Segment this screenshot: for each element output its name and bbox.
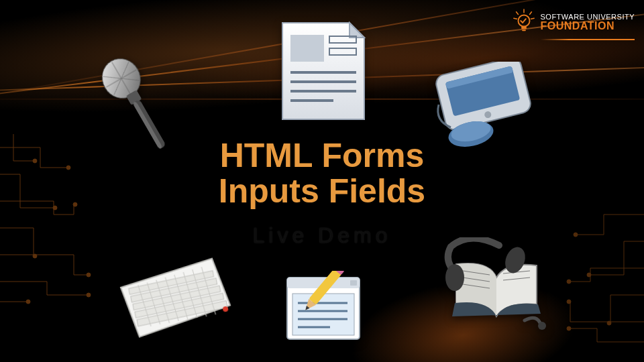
svg-rect-60 <box>350 280 357 286</box>
lightbulb-idea-icon <box>511 8 537 36</box>
svg-point-4 <box>87 273 91 277</box>
slide-subtitle: Live Demo <box>219 223 425 248</box>
svg-point-10 <box>567 280 571 284</box>
open-book-with-headphones-icon <box>436 237 550 338</box>
svg-point-8 <box>574 233 578 237</box>
svg-point-7 <box>33 159 37 163</box>
svg-point-2 <box>73 202 77 206</box>
slide-title-line1: HTML Forms <box>219 138 425 174</box>
logo-line1: SOFTWARE UNIVERSITY <box>541 13 635 21</box>
svg-point-5 <box>87 293 91 297</box>
svg-line-15 <box>516 12 518 15</box>
svg-line-18 <box>531 18 534 19</box>
form-page-icon <box>273 17 374 125</box>
logo-foundation: SOFTWARE UNIVERSITY FOUNDATION <box>511 8 635 36</box>
slide-title-block: HTML Forms Inputs Fields Live Demo <box>219 138 425 248</box>
svg-rect-31 <box>290 35 324 62</box>
pda-with-mouse-icon <box>423 62 543 149</box>
svg-rect-21 <box>522 29 526 31</box>
svg-point-13 <box>567 326 571 330</box>
svg-line-17 <box>513 18 517 19</box>
text-edit-window-icon <box>283 271 364 343</box>
svg-point-6 <box>26 300 30 304</box>
svg-point-0 <box>66 166 70 170</box>
svg-rect-61 <box>292 294 354 335</box>
svg-rect-20 <box>521 27 527 29</box>
svg-line-16 <box>529 12 531 15</box>
svg-point-75 <box>445 264 464 291</box>
svg-rect-30 <box>132 101 162 149</box>
logo-line2: FOUNDATION <box>541 21 635 32</box>
svg-point-77 <box>538 322 546 330</box>
svg-point-12 <box>567 300 571 304</box>
slide-title-line2: Inputs Fields <box>219 174 425 209</box>
